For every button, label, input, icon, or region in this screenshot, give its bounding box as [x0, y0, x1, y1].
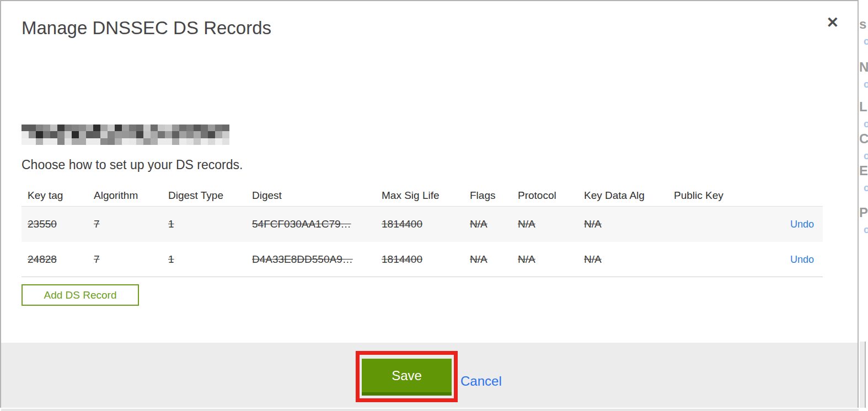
- redacted-pixel: [93, 131, 100, 138]
- redacted-pixel: [57, 131, 65, 138]
- cell-key-tag: 23550: [22, 218, 88, 230]
- redacted-pixel: [115, 131, 122, 138]
- redacted-pixel: [165, 131, 172, 138]
- redacted-pixel: [172, 138, 179, 145]
- redacted-pixel: [36, 125, 43, 131]
- background-link-fragment: o: [864, 150, 868, 162]
- redacted-pixel: [201, 138, 208, 145]
- cell-key-tag: 24828: [22, 253, 88, 266]
- redacted-pixel: [129, 131, 136, 138]
- cancel-link[interactable]: Cancel: [460, 374, 502, 389]
- background-text-fragment: E: [860, 163, 868, 179]
- background-link-fragment: o: [864, 182, 868, 194]
- manage-dnssec-modal: Manage DNSSEC DS Records ✕ Choose how to…: [0, 0, 859, 408]
- column-header-protocol: Protocol: [512, 190, 578, 202]
- redacted-pixel: [165, 138, 172, 145]
- redacted-pixel: [151, 138, 158, 145]
- redacted-pixel: [122, 131, 129, 138]
- background-footer-sliver: [860, 342, 866, 408]
- background-text-fragment: C: [860, 131, 868, 147]
- redacted-pixel: [208, 125, 215, 131]
- redacted-pixel: [151, 131, 158, 138]
- cell-flags: N/A: [464, 218, 512, 230]
- redacted-pixel: [65, 131, 72, 138]
- redacted-pixel: [43, 125, 50, 131]
- redacted-pixel: [50, 138, 57, 145]
- redacted-pixel: [122, 125, 129, 131]
- background-text-fragment: P: [860, 205, 868, 220]
- redacted-pixel: [22, 125, 29, 131]
- redacted-pixel: [194, 125, 201, 131]
- modal-footer: Save Cancel: [1, 343, 858, 408]
- save-button[interactable]: Save: [362, 359, 452, 396]
- redacted-pixel: [194, 138, 201, 145]
- redacted-pixel: [179, 138, 186, 145]
- redacted-pixel: [100, 125, 108, 131]
- redacted-domain-name: [22, 125, 233, 145]
- redacted-pixel: [108, 131, 115, 138]
- background-link-fragment: o: [864, 118, 868, 130]
- redacted-pixel: [72, 125, 79, 131]
- cell-digest: D4A33E8DD550A9…: [246, 253, 376, 266]
- undo-link[interactable]: Undo: [790, 254, 814, 265]
- column-header-flags: Flags: [464, 190, 512, 202]
- cell-key-data-alg: N/A: [578, 218, 668, 230]
- redacted-pixel: [158, 125, 165, 131]
- column-header-public-key: Public Key: [668, 190, 779, 202]
- redacted-pixel: [143, 131, 151, 138]
- redacted-pixel: [86, 125, 93, 131]
- cell-protocol: N/A: [512, 253, 578, 266]
- redacted-pixel: [86, 138, 93, 145]
- redacted-pixel: [172, 125, 179, 131]
- redacted-pixel: [158, 131, 165, 138]
- redacted-pixel: [222, 131, 229, 138]
- redacted-pixel: [79, 131, 86, 138]
- redacted-pixel: [57, 138, 65, 145]
- redacted-pixel: [186, 131, 194, 138]
- redacted-pixel: [36, 138, 43, 145]
- redacted-pixel: [208, 138, 215, 145]
- redacted-pixel: [151, 125, 158, 131]
- background-text-fragment: N: [860, 60, 868, 75]
- redacted-pixel: [86, 131, 93, 138]
- redacted-pixel: [43, 131, 50, 138]
- cell-flags: N/A: [464, 253, 512, 266]
- redacted-pixel: [29, 131, 36, 138]
- redacted-pixel: [50, 131, 57, 138]
- redacted-pixel: [57, 125, 65, 131]
- redacted-pixel: [143, 125, 151, 131]
- redacted-pixel: [29, 138, 36, 145]
- redacted-pixel: [222, 138, 229, 145]
- redacted-pixel: [65, 125, 72, 131]
- page-bottom-strip: [1, 409, 859, 411]
- redacted-pixel: [165, 125, 172, 131]
- redacted-pixel: [201, 125, 208, 131]
- redacted-pixel: [108, 125, 115, 131]
- table-header-row: Key tag Algorithm Digest Type Digest Max…: [22, 185, 823, 207]
- background-link-fragment: o: [864, 224, 868, 236]
- redacted-pixel: [186, 125, 194, 131]
- redacted-pixel: [79, 138, 86, 145]
- cell-algorithm: 7: [88, 253, 162, 266]
- column-header-max-sig-life: Max Sig Life: [376, 190, 464, 202]
- redacted-pixel: [100, 131, 108, 138]
- cell-algorithm: 7: [88, 218, 162, 230]
- undo-link[interactable]: Undo: [790, 219, 814, 230]
- add-ds-record-button[interactable]: Add DS Record: [22, 284, 139, 306]
- redacted-pixel: [43, 138, 50, 145]
- cell-max-sig-life: 1814400: [376, 253, 464, 266]
- modal-title: Manage DNSSEC DS Records: [22, 18, 271, 39]
- table-row: 23550 7 1 54FCF030AA1C79… 1814400 N/A N/…: [22, 207, 823, 242]
- column-header-digest-type: Digest Type: [162, 190, 246, 202]
- background-link-fragment: o: [864, 79, 868, 90]
- close-icon[interactable]: ✕: [825, 14, 840, 31]
- redacted-pixel: [93, 125, 100, 131]
- cell-digest-type: 1: [162, 253, 246, 266]
- ds-records-table: Key tag Algorithm Digest Type Digest Max…: [22, 185, 823, 277]
- redacted-pixel: [72, 131, 79, 138]
- redacted-pixel: [72, 138, 79, 145]
- column-header-digest: Digest: [246, 190, 376, 202]
- redacted-pixel: [215, 125, 222, 131]
- column-header-key-tag: Key tag: [22, 190, 88, 202]
- cell-digest-type: 1: [162, 218, 246, 230]
